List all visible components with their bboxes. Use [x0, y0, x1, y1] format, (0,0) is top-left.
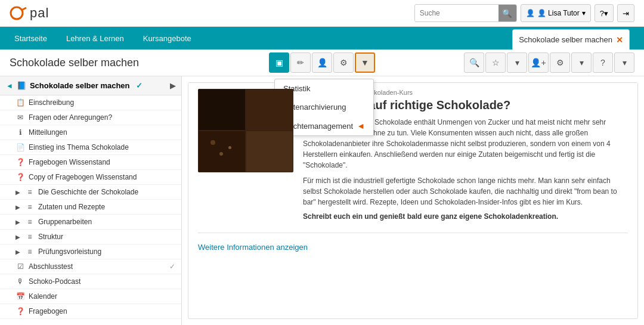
help-button[interactable]: ? ▾ [595, 4, 614, 22]
sidebar-collapse-icon[interactable]: ◄ [6, 82, 13, 90]
tb-member-button[interactable]: 👤 [312, 52, 332, 73]
content-area: Beschreibung zum Schokoladen-Kurs Na, Ap… [182, 76, 644, 325]
sidebar-item-podcast[interactable]: 🎙 Schoko-Podcast [0, 274, 181, 289]
tb-adduser-button[interactable]: 👤+ [528, 52, 549, 73]
sidebar-header-icons: ▶ [170, 82, 175, 90]
gruppenarbeiten-toggle: ▶ [16, 219, 20, 225]
zutaten-label: Zutaten und Rezepte [38, 203, 105, 211]
course-tab[interactable]: Schokolade selber machen ✕ [512, 29, 630, 49]
sidebar-item-einschreibung[interactable]: 📋 Einschreibung [0, 95, 181, 110]
more-info-link[interactable]: Weitere Informationen anzeigen [198, 243, 308, 252]
more-icon: ▼ [361, 58, 369, 67]
fragebogen2-icon: ❓ [16, 173, 25, 181]
search-input[interactable] [415, 5, 499, 21]
logout-icon: ⇥ [623, 9, 629, 18]
choc-dot-3 [228, 146, 231, 149]
view-icon: ▣ [275, 58, 283, 67]
user-label: 👤 Lisa Tutor [537, 9, 580, 17]
geschichte-toggle: ▶ [16, 189, 20, 196]
nav-bar: Startseite Lehren & Lernen Kursangebote … [0, 27, 644, 49]
settings-icon: ⚙ [340, 58, 348, 67]
mitteilungen-label: Mitteilungen [29, 128, 67, 137]
sidebar-item-geschichte[interactable]: ▶ ≡ Die Geschichte der Schokolade [0, 185, 181, 200]
sidebar-item-fragebogen1[interactable]: ❓ Fragebogen Wissenstand [0, 155, 181, 170]
sidebar-toggle-icon[interactable]: ▶ [170, 82, 175, 90]
gear-icon: ⚙ [556, 58, 564, 67]
mitteilungen-icon: ℹ [16, 128, 25, 137]
tb-bookmark-dropdown[interactable]: ▾ [507, 52, 527, 73]
user-icon: 👤 [526, 9, 535, 17]
search-button[interactable]: 🔍 [499, 5, 516, 21]
search-box[interactable]: 🔍 [414, 4, 517, 22]
fragebogen1-label: Fragebogen Wissenstand [29, 158, 110, 166]
sidebar-item-einstieg[interactable]: 📄 Einstieg ins Thema Schokolade [0, 140, 181, 155]
sidebar-item-struktur[interactable]: ▶ ≡ Struktur [0, 230, 181, 244]
more-info: Weitere Informationen anzeigen [188, 239, 637, 255]
fragebogen1-icon: ❓ [16, 158, 25, 166]
fragebogen3-label: Fragebogen [29, 307, 67, 315]
fragebogen2-label: Copy of Fragebogen Wissenstand [29, 173, 137, 181]
einschreibung-icon: 📋 [16, 98, 25, 107]
einschreibung-label: Einschreibung [29, 98, 74, 107]
sidebar-item-zutaten[interactable]: ▶ ≡ Zutaten und Rezepte [0, 200, 181, 215]
tb-help-button[interactable]: ? [593, 52, 613, 73]
logout-button[interactable]: ⇥ [617, 4, 634, 22]
rechtemanagement-label: Rechtemanagement [283, 122, 353, 131]
tb-settings-button[interactable]: ⚙ [333, 52, 354, 73]
svg-line-1 [21, 8, 26, 10]
logo-icon [10, 4, 27, 22]
geschichte-icon: ≡ [25, 188, 35, 196]
choc-grid [198, 89, 293, 172]
nav-item-kursangebote[interactable]: Kursangebote [134, 27, 201, 49]
nav-item-lehren[interactable]: Lehren & Lernen [57, 27, 134, 49]
sidebar-item-fragen[interactable]: ✉ Fragen oder Anregungen? [0, 110, 181, 125]
content-divider [198, 233, 628, 233]
toolbar-left-group: ▣ ✏ 👤 ⚙ ▼ Statistik Datenarchivierung Re… [269, 52, 375, 73]
nav-item-startseite[interactable]: Startseite [5, 27, 57, 49]
tb-bookmark-button[interactable]: ☆ [485, 52, 506, 73]
podcast-label: Schoko-Podcast [29, 277, 80, 286]
app-logo[interactable]: pal [10, 4, 49, 22]
sidebar-check-icon: ✓ [136, 81, 143, 90]
tb-gear-button[interactable]: ⚙ [550, 52, 570, 73]
edit-icon: ✏ [297, 58, 304, 67]
user-button[interactable]: 👤 👤 Lisa Tutor ▾ [521, 4, 591, 22]
tab-close-icon[interactable]: ✕ [616, 35, 623, 45]
podcast-icon: 🎙 [16, 277, 25, 286]
course-image [198, 89, 293, 172]
tb-search-button[interactable]: 🔍 [464, 52, 484, 73]
tb-view-button[interactable]: ▣ [269, 52, 289, 73]
kalender-icon: 📅 [16, 292, 25, 301]
sidebar: ◄ 📘 Schokolade selber machen ✓ ▶ 📋 Einsc… [0, 76, 182, 325]
top-right-controls: 🔍 👤 👤 Lisa Tutor ▾ ? ▾ ⇥ [414, 4, 634, 22]
tb-help-dropdown[interactable]: ▾ [614, 52, 634, 73]
bookmark-dropdown-icon: ▾ [515, 58, 519, 67]
fragen-icon: ✉ [16, 113, 25, 122]
einstieg-label: Einstieg ins Thema Schokolade [29, 143, 129, 151]
sidebar-item-kalender[interactable]: 📅 Kalender [0, 289, 181, 304]
pruefung-icon: ≡ [25, 247, 35, 256]
choc-cell-1 [198, 89, 246, 131]
title-bar: Schokolade selber machen ▣ ✏ 👤 ⚙ ▼ Stati… [0, 49, 644, 76]
sidebar-course-icon: 📘 [17, 81, 26, 90]
help-dropdown-icon: ▾ [604, 9, 608, 18]
member-icon: 👤 [317, 58, 327, 67]
sidebar-item-mitteilungen[interactable]: ℹ Mitteilungen [0, 125, 181, 140]
sidebar-item-pruefung[interactable]: ▶ ≡ Prüfungsvorleistung [0, 244, 181, 259]
help-icon: ? [600, 9, 604, 18]
sidebar-item-fragebogen3[interactable]: ❓ Fragebogen [0, 304, 181, 319]
bookmark-icon: ☆ [492, 58, 500, 67]
geschichte-label: Die Geschichte der Schokolade [38, 188, 138, 196]
tb-gear-dropdown[interactable]: ▾ [571, 52, 592, 73]
sidebar-item-fragebogen2[interactable]: ❓ Copy of Fragebogen Wissenstand [0, 170, 181, 185]
tb-edit-button[interactable]: ✏ [290, 52, 311, 73]
tb-more-button[interactable]: ▼ Statistik Datenarchivierung Rechtemana… [355, 52, 375, 73]
sidebar-item-abschlusstest[interactable]: ☑ Abschlusstest ✓ [0, 259, 181, 274]
sidebar-item-gruppenarbeiten[interactable]: ▶ ≡ Gruppenarbeiten [0, 215, 181, 230]
sidebar-header: ◄ 📘 Schokolade selber machen ✓ ▶ [0, 76, 181, 95]
search-icon: 🔍 [469, 58, 479, 67]
einstieg-icon: 📄 [16, 143, 25, 151]
gruppenarbeiten-label: Gruppenarbeiten [38, 218, 92, 226]
gruppenarbeiten-icon: ≡ [25, 218, 35, 226]
abschlusstest-check: ✓ [169, 262, 175, 271]
